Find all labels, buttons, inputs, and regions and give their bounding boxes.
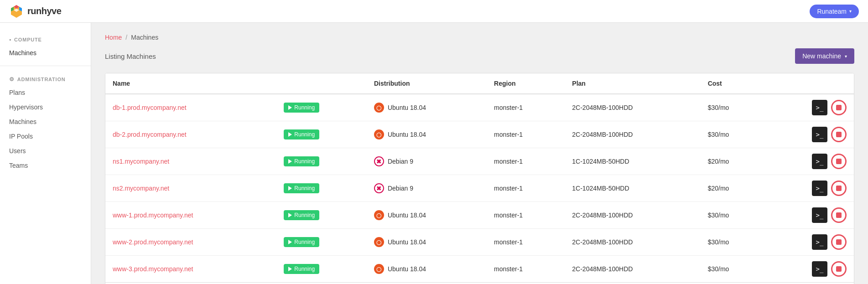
status-badge: Running bbox=[284, 237, 319, 247]
sidebar-item-machines-compute[interactable]: Machines bbox=[0, 46, 91, 60]
stop-button[interactable] bbox=[831, 181, 847, 196]
stop-button[interactable] bbox=[831, 207, 847, 223]
dist-label: Ubuntu 18.04 bbox=[388, 104, 426, 111]
region-cell: monster-1 bbox=[487, 229, 565, 256]
stop-button[interactable] bbox=[831, 261, 847, 277]
logo: runhyve bbox=[9, 4, 61, 19]
status-badge: Running bbox=[284, 183, 319, 193]
machine-name-link[interactable]: www-3.prod.mycompany.net bbox=[113, 265, 193, 273]
plan-cell: 2C-2048MB-100HDD bbox=[565, 94, 700, 121]
ubuntu-icon: ◯ bbox=[374, 237, 384, 247]
dist-cell: ✖Debian 9 bbox=[374, 183, 479, 193]
sidebar-divider bbox=[0, 66, 91, 66]
machine-name-link[interactable]: www-1.prod.mycompany.net bbox=[113, 212, 193, 219]
stop-button[interactable] bbox=[831, 127, 847, 142]
terminal-button[interactable]: >_ bbox=[812, 261, 827, 277]
compute-section-title: ▪ COMPUTE bbox=[0, 32, 91, 46]
ubuntu-icon: ◯ bbox=[374, 210, 384, 220]
status-badge: Running bbox=[284, 129, 319, 139]
play-icon bbox=[288, 240, 292, 244]
machine-name-link[interactable]: ns1.mycompany.net bbox=[113, 158, 169, 165]
dist-label: Debian 9 bbox=[388, 185, 413, 192]
total-row: Total: $190/mo bbox=[105, 282, 854, 284]
play-icon bbox=[288, 105, 292, 110]
col-region: Region bbox=[487, 73, 565, 94]
machines-table-container: Name Distribution Region Plan Cost db-1.… bbox=[105, 73, 854, 284]
dist-cell: ◯Ubuntu 18.04 bbox=[374, 103, 479, 113]
status-badge: Running bbox=[284, 156, 319, 166]
machine-name-link[interactable]: ns2.mycompany.net bbox=[113, 185, 169, 192]
col-cost: Cost bbox=[701, 73, 765, 94]
stop-button[interactable] bbox=[831, 154, 847, 169]
machine-name-link[interactable]: www-2.prod.mycompany.net bbox=[113, 238, 193, 246]
stop-icon bbox=[836, 239, 842, 245]
team-button[interactable]: Runateam ▾ bbox=[810, 5, 859, 18]
terminal-button[interactable]: >_ bbox=[812, 100, 827, 115]
terminal-button[interactable]: >_ bbox=[812, 181, 827, 196]
terminal-button[interactable]: >_ bbox=[812, 207, 827, 223]
machine-name-link[interactable]: db-1.prod.mycompany.net bbox=[113, 104, 187, 111]
sidebar-item-teams[interactable]: Teams bbox=[0, 158, 91, 173]
stop-icon bbox=[836, 132, 842, 137]
dist-label: Ubuntu 18.04 bbox=[388, 212, 426, 219]
status-badge: Running bbox=[284, 264, 319, 274]
table-row: db-2.prod.mycompany.net Running◯Ubuntu 1… bbox=[105, 121, 854, 148]
ubuntu-icon: ◯ bbox=[374, 264, 384, 274]
status-badge: Running bbox=[284, 210, 319, 220]
sidebar-item-hypervisors[interactable]: Hypervisors bbox=[0, 100, 91, 114]
plan-cell: 2C-2048MB-100HDD bbox=[565, 256, 700, 283]
logo-icon bbox=[9, 4, 24, 19]
cost-cell: $30/mo bbox=[701, 256, 765, 283]
sidebar-item-ip-pools[interactable]: IP Pools bbox=[0, 129, 91, 144]
table-row: db-1.prod.mycompany.net Running◯Ubuntu 1… bbox=[105, 94, 854, 121]
plan-cell: 1C-1024MB-50HDD bbox=[565, 175, 700, 202]
new-machine-button[interactable]: New machine ▾ bbox=[795, 48, 854, 64]
dist-label: Ubuntu 18.04 bbox=[388, 131, 426, 138]
region-cell: monster-1 bbox=[487, 148, 565, 175]
sidebar-item-machines-admin[interactable]: Machines bbox=[0, 114, 91, 129]
col-name: Name bbox=[105, 73, 276, 94]
sidebar-item-users[interactable]: Users bbox=[0, 144, 91, 158]
table-row: ns1.mycompany.net Running✖Debian 9monste… bbox=[105, 148, 854, 175]
stop-icon bbox=[836, 212, 842, 218]
table-row: www-1.prod.mycompany.net Running◯Ubuntu … bbox=[105, 202, 854, 229]
plan-cell: 2C-2048MB-100HDD bbox=[565, 229, 700, 256]
table-row: www-3.prod.mycompany.net Running◯Ubuntu … bbox=[105, 256, 854, 283]
cost-cell: $30/mo bbox=[701, 94, 765, 121]
terminal-button[interactable]: >_ bbox=[812, 234, 827, 250]
cost-cell: $30/mo bbox=[701, 121, 765, 148]
stop-icon bbox=[836, 266, 842, 272]
cost-cell: $20/mo bbox=[701, 175, 765, 202]
plan-cell: 2C-2048MB-100HDD bbox=[565, 121, 700, 148]
dist-cell: ◯Ubuntu 18.04 bbox=[374, 210, 479, 220]
terminal-button[interactable]: >_ bbox=[812, 154, 827, 169]
team-button-chevron: ▾ bbox=[849, 9, 852, 14]
col-plan: Plan bbox=[565, 73, 700, 94]
team-button-label: Runateam bbox=[817, 8, 847, 15]
sidebar-item-plans[interactable]: Plans bbox=[0, 85, 91, 100]
stop-button[interactable] bbox=[831, 100, 847, 115]
col-actions bbox=[765, 73, 854, 94]
stop-button[interactable] bbox=[831, 234, 847, 250]
region-cell: monster-1 bbox=[487, 202, 565, 229]
admin-icon: ⚙ bbox=[9, 76, 15, 83]
debian-icon: ✖ bbox=[374, 156, 384, 166]
action-cell: >_ bbox=[772, 154, 847, 169]
dist-label: Debian 9 bbox=[388, 158, 413, 165]
play-icon bbox=[288, 159, 292, 164]
sidebar: ▪ COMPUTE Machines ⚙ ADMINISTRATION Plan… bbox=[0, 23, 91, 284]
main-content: Home / Machines Listing Machines New mac… bbox=[91, 23, 868, 284]
stop-icon bbox=[836, 105, 842, 110]
machine-name-link[interactable]: db-2.prod.mycompany.net bbox=[113, 131, 187, 138]
ubuntu-icon: ◯ bbox=[374, 129, 384, 139]
logo-text: runhyve bbox=[27, 6, 61, 16]
action-cell: >_ bbox=[772, 207, 847, 223]
plan-cell: 1C-1024MB-50HDD bbox=[565, 148, 700, 175]
breadcrumb-current: Machines bbox=[131, 34, 158, 41]
region-cell: monster-1 bbox=[487, 256, 565, 283]
region-cell: monster-1 bbox=[487, 94, 565, 121]
play-icon bbox=[288, 186, 292, 191]
breadcrumb-home[interactable]: Home bbox=[105, 34, 122, 41]
table-row: www-2.prod.mycompany.net Running◯Ubuntu … bbox=[105, 229, 854, 256]
terminal-button[interactable]: >_ bbox=[812, 127, 827, 142]
